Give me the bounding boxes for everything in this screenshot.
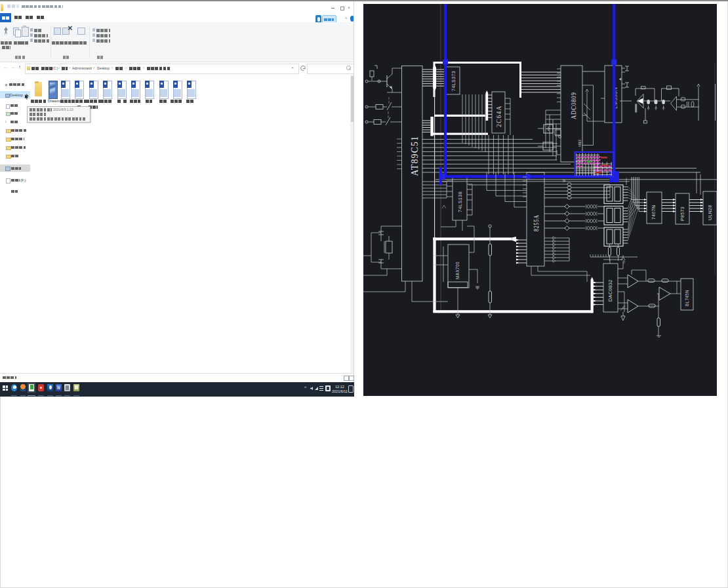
svg-text:2C64A: 2C64A [496, 106, 502, 127]
svg-text:VREF: VREF [578, 139, 582, 147]
svg-text:8255A: 8255A [533, 214, 540, 231]
svg-text:7407N: 7407N [651, 205, 656, 220]
svg-text:SW: SW [563, 179, 566, 182]
svg-text:ADC0809: ADC0809 [569, 92, 576, 119]
svg-text:74LS373: 74LS373 [450, 71, 456, 91]
svg-text:MAX700: MAX700 [455, 262, 460, 279]
svg-text:ULN28: ULN28 [708, 205, 712, 220]
svg-text:+5v: +5v [622, 260, 626, 264]
svg-text:DAC0832: DAC0832 [607, 279, 613, 302]
svg-text:P8573: P8573 [680, 206, 685, 221]
svg-text:74LS138: 74LS138 [456, 191, 462, 212]
svg-text:BL745N: BL745N [685, 290, 689, 306]
svg-text:AT89C51: AT89C51 [409, 136, 420, 176]
